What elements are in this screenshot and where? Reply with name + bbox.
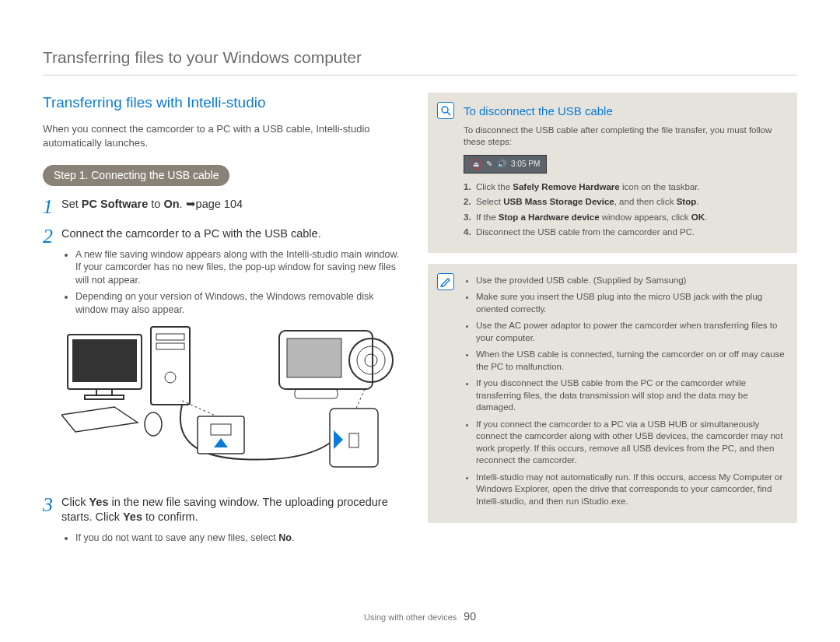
notes-callout: Use the provided USB cable. (Supplied by…: [428, 264, 797, 524]
step-2-body: Connect the camcorder to a PC with the U…: [61, 226, 401, 486]
note-item: If you disconnect the USB cable from the…: [476, 377, 785, 414]
tray-icon: 🔊: [497, 159, 506, 170]
note-item: Use the provided USB cable. (Supplied by…: [476, 275, 785, 287]
disconnect-callout: To disconnect the USB cable To disconnec…: [428, 93, 797, 252]
note-item: If you connect the camcorder to a PC via…: [476, 419, 785, 467]
svg-rect-20: [295, 389, 338, 398]
svg-point-23: [442, 107, 448, 113]
step-number-2: 2: [43, 226, 61, 486]
disconnect-step-3: If the Stop a Hardware device window app…: [464, 212, 785, 224]
step-number-1: 1: [43, 197, 61, 217]
page-footer: Using with other devices 90: [0, 609, 840, 624]
svg-point-7: [165, 372, 176, 383]
svg-rect-2: [96, 389, 112, 395]
step-3-body: Click Yes in the new file saving window.…: [61, 495, 401, 548]
step-badge: Step 1. Connecting the USB cable: [43, 165, 229, 186]
svg-rect-5: [156, 334, 184, 340]
disconnect-intro: To disconnect the USB cable after comple…: [464, 125, 785, 149]
disconnect-step-2: Select USB Mass Storage Device, and then…: [464, 196, 785, 209]
note-item: Intelli-studio may not automatically run…: [476, 472, 785, 508]
footer-section-label: Using with other devices: [364, 612, 457, 622]
svg-point-18: [357, 346, 385, 374]
step2-bullet-2: Depending on your version of Windows, th…: [75, 290, 401, 317]
system-tray-illustration: ⏏ ✎ 🔊 3:05 PM: [464, 155, 547, 174]
connection-illustration: [61, 323, 396, 475]
svg-rect-3: [85, 395, 124, 399]
svg-line-24: [447, 112, 450, 115]
section-heading: Transferring files with Intelli-studio: [43, 93, 401, 113]
disconnect-step-1: Click the Safely Remove Hardware icon on…: [464, 181, 785, 194]
left-column: Transferring files with Intelli-studio W…: [43, 93, 401, 557]
svg-rect-16: [287, 339, 341, 377]
step3-bullet: If you do not want to save any new files…: [75, 531, 401, 545]
page-title: Transferring files to your Windows compu…: [43, 47, 797, 75]
magnifier-icon: [437, 102, 454, 119]
svg-rect-6: [156, 343, 184, 349]
svg-point-19: [365, 354, 377, 367]
svg-line-21: [182, 401, 217, 416]
svg-line-22: [355, 389, 365, 410]
step2-bullet-1: A new file saving window appears along w…: [75, 248, 401, 288]
note-icon: [437, 273, 454, 290]
note-item: When the USB cable is connected, turning…: [476, 349, 785, 373]
step-1-body: Set PC Software to On. ➥page 104: [61, 197, 401, 217]
svg-rect-1: [72, 339, 137, 382]
right-column: To disconnect the USB cable To disconnec…: [428, 93, 797, 557]
step-number-3: 3: [43, 495, 61, 548]
disconnect-step-4: Disconnect the USB cable from the camcor…: [464, 226, 785, 239]
intro-text: When you connect the camcorder to a PC w…: [43, 122, 401, 149]
safely-remove-icon: ⏏: [471, 159, 481, 170]
tray-icon: ✎: [486, 159, 492, 170]
note-item: Make sure you insert the USB plug into t…: [476, 291, 785, 315]
svg-point-17: [349, 339, 393, 382]
note-item: Use the AC power adaptor to power the ca…: [476, 320, 785, 344]
disconnect-heading: To disconnect the USB cable: [464, 103, 785, 119]
tray-time: 3:05 PM: [511, 159, 540, 170]
svg-point-8: [145, 412, 162, 436]
page-number: 90: [464, 610, 476, 623]
